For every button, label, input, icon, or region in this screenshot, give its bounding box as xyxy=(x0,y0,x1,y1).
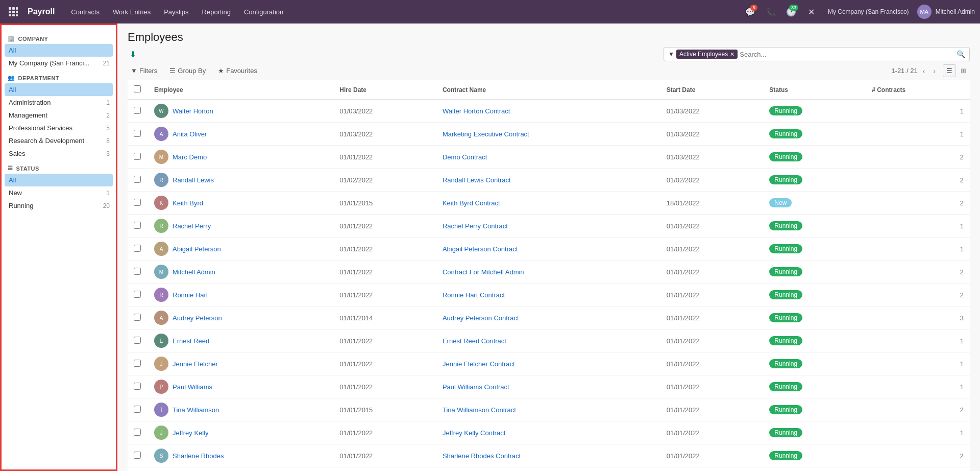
menu-contracts[interactable]: Contracts xyxy=(65,5,106,19)
menu-work-entries[interactable]: Work Entries xyxy=(107,5,157,19)
contract-name[interactable]: Rachel Perry Contract xyxy=(443,222,508,230)
row-checkbox[interactable] xyxy=(134,245,141,252)
row-checkbox[interactable] xyxy=(134,222,141,229)
menu-reporting[interactable]: Reporting xyxy=(196,5,237,19)
employee-name[interactable]: Sharlene Rhodes xyxy=(173,452,224,460)
sidebar-item-status-running[interactable]: Running 20 xyxy=(2,199,116,212)
apps-menu-button[interactable] xyxy=(5,4,21,20)
employee-name[interactable]: Abigail Peterson xyxy=(173,245,221,253)
row-checkbox[interactable] xyxy=(134,406,141,413)
row-checkbox[interactable] xyxy=(134,337,141,344)
sidebar-item-status-new[interactable]: New 1 xyxy=(2,186,116,199)
pagination-text: 1-21 / 21 xyxy=(891,67,917,75)
activity-button[interactable]: 🕐33 xyxy=(783,4,799,20)
filters-button[interactable]: ▼ Filters xyxy=(128,65,160,77)
contract-name[interactable]: Keith Byrd Contract xyxy=(443,199,500,207)
favourites-button[interactable]: ★ Favourites xyxy=(215,65,260,77)
row-checkbox[interactable] xyxy=(134,107,141,114)
employee-name[interactable]: Tina Williamson xyxy=(173,406,219,414)
th-contracts: # Contracts xyxy=(866,80,970,100)
phone-button[interactable]: 📞 xyxy=(763,4,779,20)
row-checkbox[interactable] xyxy=(134,130,141,137)
search-icon[interactable]: 🔍 xyxy=(957,50,965,58)
menu-payslips[interactable]: Payslips xyxy=(158,5,194,19)
employee-name[interactable]: Randall Lewis xyxy=(173,176,214,184)
status-badge: Running xyxy=(769,129,802,138)
employee-name[interactable]: Jeffrey Kelly xyxy=(173,429,209,437)
sidebar-item-research-development[interactable]: Research & Development 8 xyxy=(2,134,116,147)
contract-name[interactable]: Contract For Mitchell Admin xyxy=(443,268,524,276)
employee-name[interactable]: Rachel Perry xyxy=(173,222,211,230)
search-input[interactable] xyxy=(740,51,954,58)
row-checkbox[interactable] xyxy=(134,452,141,459)
sidebar-company-header: 🏢 COMPANY xyxy=(2,30,116,44)
contract-name[interactable]: Ronnie Hart Contract xyxy=(443,291,505,299)
contract-name[interactable]: Randall Lewis Contract xyxy=(443,176,511,184)
close-button[interactable]: ✕ xyxy=(803,4,820,20)
user-name[interactable]: Mitchell Admin xyxy=(936,8,975,15)
contract-name[interactable]: Ernest Reed Contract xyxy=(443,337,506,345)
prev-page-button[interactable]: ‹ xyxy=(920,66,928,76)
list-view-button[interactable]: ☰ xyxy=(943,64,956,77)
employee-name[interactable]: Paul Williams xyxy=(173,383,212,391)
employee-cell: A Audrey Peterson xyxy=(148,307,333,329)
row-checkbox[interactable] xyxy=(134,360,141,367)
status-badge: Running xyxy=(769,267,802,276)
employee-name[interactable]: Anita Oliver xyxy=(173,130,207,138)
user-avatar[interactable]: MA xyxy=(917,5,932,19)
messages-button[interactable]: 💬5 xyxy=(742,4,758,20)
sidebar-item-management[interactable]: Management 2 xyxy=(2,109,116,122)
download-button[interactable]: ⬇ xyxy=(128,48,138,61)
contract-name[interactable]: Tina Williamson Contract xyxy=(443,406,516,414)
contract-name[interactable]: Marketing Executive Contract xyxy=(443,130,529,138)
employee-name[interactable]: Walter Horton xyxy=(173,107,213,115)
row-checkbox[interactable] xyxy=(134,268,141,275)
employee-name[interactable]: Ronnie Hart xyxy=(173,291,208,299)
company-section-icon: 🏢 xyxy=(8,35,15,42)
contract-name[interactable]: Jennie Fletcher Contract xyxy=(443,360,515,368)
row-checkbox[interactable] xyxy=(134,314,141,321)
sidebar-item-my-company[interactable]: My Company (San Franci... 21 xyxy=(2,57,116,69)
sidebar-item-department-all[interactable]: All xyxy=(5,83,113,96)
row-checkbox[interactable] xyxy=(134,199,141,206)
contract-cell: Walter Horton Contract xyxy=(436,100,660,123)
contract-name[interactable]: Jeffrey Kelly Contract xyxy=(443,429,505,437)
row-checkbox[interactable] xyxy=(134,291,141,298)
employee-name[interactable]: Keith Byrd xyxy=(173,199,203,207)
status-badge: Running xyxy=(769,175,802,184)
filter-tag-close[interactable]: ✕ xyxy=(730,51,734,58)
sidebar-item-professional-services[interactable]: Professional Services 5 xyxy=(2,122,116,134)
page-header: Employees xyxy=(117,23,980,44)
menu-configuration[interactable]: Configuration xyxy=(238,5,289,19)
contract-name[interactable]: Sharlene Rhodes Contract xyxy=(443,452,521,460)
row-checkbox[interactable] xyxy=(134,176,141,183)
grid-view-button[interactable]: ⊞ xyxy=(957,64,970,77)
contract-name[interactable]: Walter Horton Contract xyxy=(443,107,510,115)
row-checkbox[interactable] xyxy=(134,383,141,390)
sidebar-item-sales[interactable]: Sales 3 xyxy=(2,147,116,160)
row-checkbox-cell xyxy=(128,100,148,123)
contracts-count-cell: 1 xyxy=(866,329,970,352)
employee-name[interactable]: Audrey Peterson xyxy=(173,314,222,322)
contract-name[interactable]: Paul Williams Contract xyxy=(443,383,509,391)
hire-date-cell: 01/01/2022 xyxy=(333,467,436,472)
contract-name[interactable]: Audrey Peterson Contract xyxy=(443,314,519,322)
contract-name[interactable]: Abigail Peterson Contract xyxy=(443,245,518,253)
row-checkbox[interactable] xyxy=(134,153,141,160)
groupby-button[interactable]: ☰ Group By xyxy=(166,65,209,77)
row-checkbox[interactable] xyxy=(134,429,141,436)
sidebar-item-administration[interactable]: Administration 1 xyxy=(2,96,116,109)
select-all-checkbox[interactable] xyxy=(134,85,141,92)
row-checkbox-cell xyxy=(128,261,148,284)
employee-name[interactable]: Mitchell Admin xyxy=(173,268,215,276)
contract-name[interactable]: Demo Contract xyxy=(443,153,487,161)
contracts-count-cell: 2 xyxy=(866,284,970,307)
sidebar-item-company-all[interactable]: All xyxy=(5,44,113,57)
sidebar-item-status-all[interactable]: All xyxy=(5,174,113,186)
employee-name[interactable]: Marc Demo xyxy=(173,153,207,161)
employee-name[interactable]: Ernest Reed xyxy=(173,337,209,345)
next-page-button[interactable]: › xyxy=(930,66,939,76)
company-section-label: COMPANY xyxy=(18,36,48,42)
employee-name[interactable]: Jennie Fletcher xyxy=(173,360,218,368)
status-running-label: Running xyxy=(9,202,33,209)
